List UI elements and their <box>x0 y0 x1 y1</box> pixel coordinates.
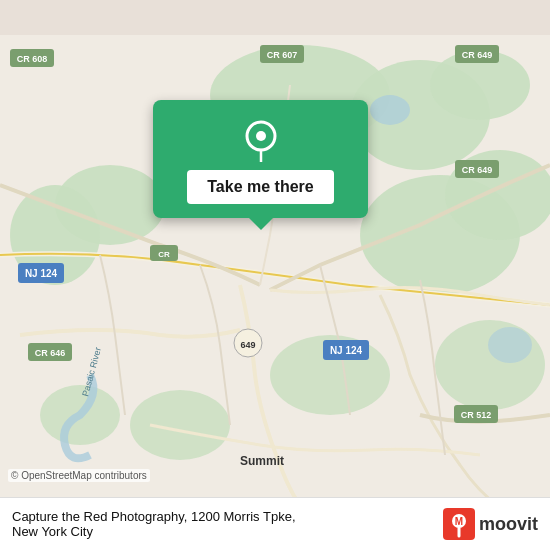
svg-text:CR 512: CR 512 <box>461 410 492 420</box>
info-bar: Capture the Red Photography, 1200 Morris… <box>0 497 550 550</box>
location-popup-card: Take me there <box>153 100 368 218</box>
svg-text:NJ 124: NJ 124 <box>330 345 363 356</box>
svg-point-14 <box>488 327 532 363</box>
svg-text:CR 646: CR 646 <box>35 348 66 358</box>
location-pin-icon <box>239 118 283 162</box>
map-container: NJ 124 CR 608 CR 607 CR 649 CR 649 CR 64… <box>0 0 550 550</box>
osm-attribution: © OpenStreetMap contributors <box>8 469 150 482</box>
svg-text:NJ 124: NJ 124 <box>25 268 58 279</box>
svg-point-9 <box>130 390 230 460</box>
svg-text:649: 649 <box>240 340 255 350</box>
svg-text:CR 649: CR 649 <box>462 165 493 175</box>
svg-text:CR 607: CR 607 <box>267 50 298 60</box>
svg-point-38 <box>256 131 266 141</box>
svg-text:CR: CR <box>158 250 170 259</box>
city-line: New York City <box>12 524 296 539</box>
map-background: NJ 124 CR 608 CR 607 CR 649 CR 649 CR 64… <box>0 0 550 550</box>
location-info: Capture the Red Photography, 1200 Morris… <box>12 509 296 539</box>
svg-point-13 <box>370 95 410 125</box>
moovit-logo: M moovit <box>443 508 538 540</box>
svg-text:CR 649: CR 649 <box>462 50 493 60</box>
moovit-label: moovit <box>479 514 538 535</box>
svg-point-11 <box>435 320 545 410</box>
address-line: Capture the Red Photography, 1200 Morris… <box>12 509 296 524</box>
svg-text:M: M <box>455 516 463 527</box>
svg-text:Summit: Summit <box>240 454 284 468</box>
take-me-there-button[interactable]: Take me there <box>187 170 333 204</box>
svg-text:CR 608: CR 608 <box>17 54 48 64</box>
moovit-icon: M <box>443 508 475 540</box>
